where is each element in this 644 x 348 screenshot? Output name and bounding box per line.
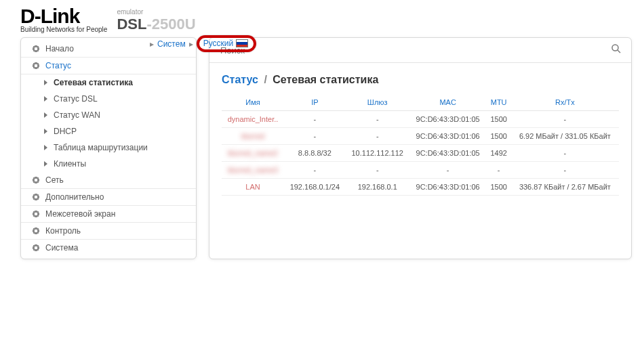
- cell-mac: 9C:D6:43:3D:01:06: [409, 179, 487, 196]
- brand-logo: D-Link Building Networks for People: [20, 7, 107, 33]
- sidebar-item-label: Сеть: [45, 175, 64, 185]
- cell-ip: -: [284, 111, 346, 128]
- col-mtu[interactable]: MTU: [487, 94, 511, 111]
- sidebar-item-7[interactable]: Клиенты: [21, 156, 196, 172]
- svg-point-0: [612, 45, 618, 51]
- table-row[interactable]: blurred--9C:D6:43:3D:01:0615006.92 МБайт…: [222, 128, 619, 145]
- russia-flag-icon: [236, 39, 248, 47]
- caret-right-icon: [44, 96, 47, 102]
- sidebar-item-label: Дополнительно: [45, 192, 104, 202]
- sidebar-item-label: Межсетевой экран: [45, 209, 115, 219]
- cell-ip: -: [284, 128, 346, 145]
- sidebar-item-2[interactable]: Сетевая статистика: [21, 74, 196, 91]
- col-rxtx[interactable]: Rx/Tx: [511, 94, 619, 111]
- sidebar-item-3[interactable]: Статус DSL: [21, 91, 196, 107]
- caret-right-icon: [44, 129, 47, 134]
- table-row[interactable]: blurred_name28.8.8.8/3210.112.112.1129C:…: [222, 145, 619, 162]
- cell-name: dynamic_Inter..: [222, 111, 284, 128]
- cell-gw: -: [346, 111, 409, 128]
- chevron-right-icon: ▸: [150, 39, 154, 49]
- cell-mac: 9C:D6:43:3D:01:06: [409, 128, 487, 145]
- breadcrumb-separator: /: [261, 74, 269, 85]
- sidebar-item-label: Клиенты: [54, 159, 86, 169]
- table-row[interactable]: LAN192.168.0.1/24192.168.0.19C:D6:43:3D:…: [222, 179, 619, 196]
- sidebar-item-label: DHCP: [54, 127, 77, 136]
- search-icon[interactable]: [611, 43, 622, 57]
- search-input[interactable]: [219, 45, 605, 56]
- language-label[interactable]: Русский: [203, 39, 234, 48]
- cell-name: blurred_name2: [222, 145, 284, 162]
- brand-name: D-Link: [20, 7, 107, 25]
- cell-gw: 192.168.0.1: [346, 179, 409, 196]
- cell-ip: 8.8.8.8/32: [284, 145, 346, 162]
- sidebar-item-4[interactable]: Статус WAN: [21, 107, 196, 123]
- header-breadcrumb: ▸ Систем ▸ Русский: [148, 35, 256, 52]
- sidebar-item-6[interactable]: Таблица маршрутизации: [21, 139, 196, 156]
- cell-gw: -: [346, 128, 409, 145]
- cell-ip: 192.168.0.1/24: [284, 179, 346, 196]
- cell-mac: 9C:D6:43:3D:01:05: [409, 111, 487, 128]
- breadcrumb: Статус / Сетевая статистика: [222, 74, 619, 86]
- sidebar-item-label: Система: [45, 243, 78, 253]
- sidebar: НачалоСтатусСетевая статистикаСтатус DSL…: [20, 37, 197, 259]
- cell-rxtx: -: [511, 111, 619, 128]
- sidebar-item-label: Начало: [45, 44, 74, 53]
- cell-rxtx: -: [511, 145, 619, 162]
- sidebar-item-label: Таблица маршрутизации: [54, 143, 148, 152]
- sidebar-item-1[interactable]: Статус: [21, 58, 196, 74]
- gear-icon: [32, 45, 40, 53]
- sidebar-item-11[interactable]: Контроль: [21, 223, 196, 240]
- col-mac[interactable]: MAC: [409, 94, 487, 111]
- caret-right-icon: [44, 161, 47, 167]
- search-bar: [209, 38, 631, 63]
- cell-rxtx: 6.92 МБайт / 331.05 КБайт: [511, 128, 619, 145]
- breadcrumb-root[interactable]: Статус: [222, 74, 258, 85]
- caret-right-icon: [44, 112, 47, 118]
- table-row[interactable]: dynamic_Inter..--9C:D6:43:3D:01:051500-: [222, 111, 619, 128]
- col-gw[interactable]: Шлюз: [346, 94, 409, 111]
- gear-icon: [32, 62, 40, 70]
- cell-mtu: -: [487, 162, 511, 179]
- sidebar-item-label: Статус DSL: [54, 94, 98, 104]
- sidebar-item-10[interactable]: Межсетевой экран: [21, 206, 196, 223]
- cell-rxtx: 336.87 КБайт / 2.67 МБайт: [511, 179, 619, 196]
- cell-mac: -: [409, 162, 487, 179]
- cell-name: blurred: [222, 128, 284, 145]
- table-row[interactable]: blurred_name3-----: [222, 162, 619, 179]
- gear-icon: [32, 193, 40, 201]
- sidebar-item-label: Статус: [45, 61, 71, 70]
- cell-mtu: 1492: [487, 145, 511, 162]
- cell-gw: -: [346, 162, 409, 179]
- sidebar-item-label: Сетевая статистика: [54, 78, 133, 87]
- sidebar-item-label: Контроль: [45, 226, 81, 236]
- header: D-Link Building Networks for People emul…: [0, 0, 644, 37]
- brand-slogan: Building Networks for People: [20, 26, 107, 33]
- col-ip[interactable]: IP: [284, 94, 346, 111]
- sidebar-item-8[interactable]: Сеть: [21, 172, 196, 189]
- cell-mtu: 1500: [487, 179, 511, 196]
- sidebar-item-5[interactable]: DHCP: [21, 123, 196, 139]
- cell-mac: 9C:D6:43:3D:01:05: [409, 145, 487, 162]
- sidebar-item-9[interactable]: Дополнительно: [21, 189, 196, 206]
- cell-mtu: 1500: [487, 128, 511, 145]
- gear-icon: [32, 244, 40, 252]
- col-name[interactable]: Имя: [222, 94, 284, 111]
- main-panel: Статус / Сетевая статистика Имя IP Шлюз …: [209, 37, 632, 259]
- model-name: DSL-2500U: [117, 16, 195, 33]
- sidebar-item-label: Статус WAN: [54, 110, 100, 120]
- model-box: emulator DSL-2500U: [117, 8, 195, 33]
- cell-name: blurred_name3: [222, 162, 284, 179]
- cell-gw: 10.112.112.112: [346, 145, 409, 162]
- breadcrumb-current: Сетевая статистика: [273, 74, 378, 85]
- gear-icon: [32, 227, 40, 235]
- emulator-label: emulator: [117, 8, 195, 16]
- cell-mtu: 1500: [487, 111, 511, 128]
- cell-name: LAN: [222, 179, 284, 196]
- gear-icon: [32, 210, 40, 218]
- language-selector[interactable]: Русский: [197, 35, 257, 52]
- chevron-right-icon: ▸: [189, 39, 193, 49]
- gear-icon: [32, 176, 40, 184]
- stats-table: Имя IP Шлюз MAC MTU Rx/Tx dynamic_Inter.…: [222, 94, 619, 196]
- crumb-system[interactable]: Систем: [157, 39, 186, 49]
- sidebar-item-12[interactable]: Система: [21, 240, 196, 256]
